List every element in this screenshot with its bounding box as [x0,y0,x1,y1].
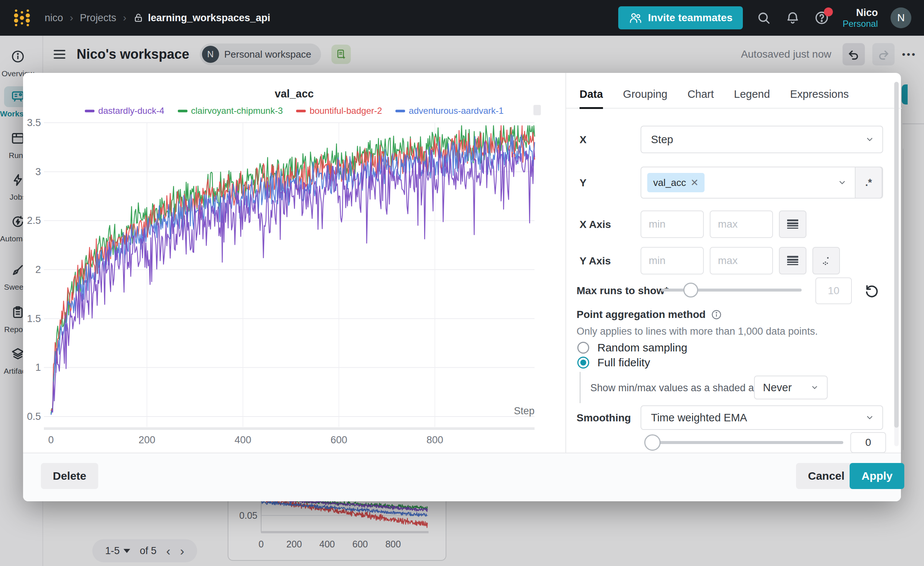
svg-text:0.5: 0.5 [27,411,41,422]
notification-dot [824,7,833,16]
minmax-shaded-value: Never [763,382,792,394]
chevron-down-icon [865,413,874,422]
svg-text:200: 200 [138,434,155,446]
search-icon[interactable] [756,10,772,26]
radio-random-sampling[interactable]: Random sampling [578,341,687,354]
user-avatar[interactable]: N [891,7,911,28]
modal-footer: Delete Cancel Apply [23,452,901,501]
tab-expressions[interactable]: Expressions [790,80,849,108]
people-icon [628,12,642,24]
max-runs-value-input[interactable] [815,277,852,304]
point-aggregation-help: Only applies to lines with more than 1,0… [577,326,818,337]
max-runs-slider-thumb[interactable] [683,283,698,298]
minmax-shaded-select[interactable]: Never [754,376,828,400]
breadcrumb-org[interactable]: nico [45,12,63,24]
invite-teammates-label: Invite teammates [648,12,732,24]
settings-tabs: Data Grouping Chart Legend Expressions [566,80,902,109]
radio-icon[interactable] [578,342,589,354]
help-icon[interactable] [813,10,830,26]
breadcrumb-separator: › [123,12,126,24]
svg-text:800: 800 [426,434,443,446]
tab-data[interactable]: Data [579,80,603,108]
point-aggregation-title: Point aggregation method [577,308,706,320]
chevron-down-icon [810,383,819,392]
chip-remove-icon[interactable]: ✕ [690,177,699,189]
svg-text:1: 1 [35,362,41,373]
max-runs-reset-icon[interactable] [864,283,879,298]
x-metric-value: Step [651,133,673,146]
svg-text:3: 3 [35,166,41,177]
invite-teammates-button[interactable]: Invite teammates [618,6,743,29]
tab-chart[interactable]: Chart [687,80,714,108]
max-runs-slider[interactable] [661,289,802,292]
svg-text:2: 2 [35,264,41,275]
breadcrumb-project[interactable]: learning_workspaces_api [133,12,270,24]
legend-item: bountiful-badger-2 [296,106,382,116]
legend-swatch [395,110,405,112]
x-metric-select[interactable]: Step [640,126,883,153]
legend-swatch [85,110,94,112]
x-axis-min-input[interactable] [640,211,704,238]
top-navbar: nico › Projects › learning_workspaces_ap… [0,0,924,36]
radio-icon-checked[interactable] [578,356,589,368]
chevron-down-icon [838,178,847,187]
val-acc-line-chart[interactable]: 0.511.522.533.50200400600800Step [23,118,566,452]
panel-edit-modal: val_acc dastardly-duck-4 clairvoyant-chi… [23,73,901,501]
chart-preview-area: val_acc dastardly-duck-4 clairvoyant-chi… [23,73,566,452]
panel-scrollbar-thumb[interactable] [894,82,899,428]
y-metric-chip: val_acc ✕ [647,173,705,192]
y-axis-min-input[interactable] [640,247,704,274]
minmax-shaded-label: Show min/max values as a shaded area [590,382,768,394]
wandb-logo[interactable] [13,7,31,28]
info-icon[interactable] [711,309,722,320]
radio-label: Full fidelity [597,356,650,369]
delete-button[interactable]: Delete [41,463,98,489]
chart-title: val_acc [23,88,566,100]
legend-swatch [178,110,188,112]
max-runs-label: Max runs to show* [577,285,669,297]
legend-item: clairvoyant-chipmunk-3 [178,106,283,116]
chart-legend: dastardly-duck-4 clairvoyant-chipmunk-3 … [23,106,566,116]
panel-scrollbar[interactable] [894,82,899,446]
smoothing-type-value: Time weighted EMA [651,412,747,424]
radio-full-fidelity[interactable]: Full fidelity [578,356,650,369]
legend-swatch [296,110,306,112]
y-axis-max-input[interactable] [710,247,773,274]
regex-toggle-button[interactable]: .* [855,166,882,199]
x-field-label: X [579,134,586,146]
x-axis-max-input[interactable] [710,211,773,238]
smoothing-type-select[interactable]: Time weighted EMA [640,405,883,430]
svg-text:2.5: 2.5 [27,215,41,226]
y-axis-log-scale-button[interactable] [779,247,807,274]
chart-settings-panel: Data Grouping Chart Legend Expressions X… [566,73,901,452]
y-metric-multiselect[interactable]: val_acc ✕ .* [640,166,883,199]
y-axis-outliers-button[interactable] [812,247,840,274]
svg-text:Step: Step [514,405,534,416]
breadcrumb-projects[interactable]: Projects [80,12,116,24]
notifications-bell-icon[interactable] [784,10,801,26]
breadcrumb-project-name: learning_workspaces_api [148,12,270,24]
legend-item: adventurous-aardvark-1 [395,106,504,116]
apply-button[interactable]: Apply [850,463,904,489]
lock-icon [133,12,144,24]
user-scope: Personal [843,19,878,29]
chevron-down-icon [865,135,874,144]
tab-legend[interactable]: Legend [734,80,770,108]
user-menu[interactable]: Nico Personal [843,7,878,29]
point-aggregation-title-row: Point aggregation method [577,308,722,320]
legend-scroll-nub[interactable] [533,105,541,115]
breadcrumb: nico › Projects › learning_workspaces_ap… [45,12,270,24]
x-axis-label: X Axis [579,219,611,231]
tab-grouping[interactable]: Grouping [623,80,668,108]
smoothing-label: Smoothing [577,412,631,424]
cancel-button[interactable]: Cancel [796,463,856,489]
svg-text:0: 0 [48,434,54,446]
legend-item: dastardly-duck-4 [85,106,164,116]
x-axis-log-scale-button[interactable] [779,211,807,238]
smoothing-value-input[interactable] [850,432,886,453]
smoothing-slider-thumb[interactable] [644,434,661,451]
y-metric-chip-label: val_acc [653,177,686,189]
user-name: Nico [843,7,878,19]
smoothing-slider[interactable] [652,441,843,444]
radio-label: Random sampling [597,341,687,354]
